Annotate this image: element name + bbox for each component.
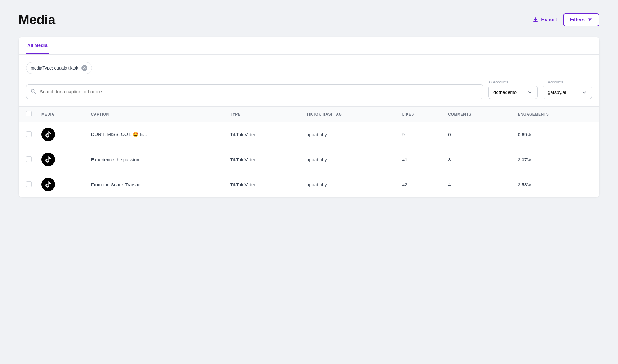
ig-accounts-label: IG Accounts [488, 80, 538, 84]
search-wrapper [26, 84, 483, 99]
search-input[interactable] [26, 84, 483, 99]
col-media: MEDIA [36, 107, 86, 122]
row-type: TikTok Video [225, 172, 302, 197]
search-icon [30, 88, 36, 95]
tt-accounts-value: gatsby.ai [548, 90, 566, 95]
row-checkbox[interactable] [26, 131, 32, 137]
select-all-checkbox[interactable] [26, 111, 32, 116]
col-engagements: ENGAGEMENTS [513, 107, 599, 122]
row-likes: 42 [397, 172, 443, 197]
row-comments: 4 [443, 172, 513, 197]
table-row: Experience the passion... TikTok Video u… [19, 147, 599, 172]
tiktok-logo-icon [44, 131, 52, 138]
filter-bar: mediaType: equals tiktok ✕ [19, 55, 599, 74]
row-likes: 41 [397, 147, 443, 172]
select-all-header[interactable] [19, 107, 36, 122]
row-media-cell [36, 172, 86, 197]
tiktok-avatar [41, 153, 55, 166]
tiktok-logo-icon [44, 156, 52, 163]
filter-chip-remove-button[interactable]: ✕ [81, 65, 87, 71]
ig-accounts-group: IG Accounts dothedemo [488, 80, 538, 99]
chevron-down-icon [582, 90, 587, 95]
row-hashtag: uppababy [302, 122, 397, 147]
search-row: IG Accounts dothedemo TT Accounts gatsby… [19, 74, 599, 106]
table-row: DON'T. MISS. OUT. 🤩 E... TikTok Video up… [19, 122, 599, 147]
page-header: Media Export Filters [19, 12, 599, 27]
col-likes: LIKES [397, 107, 443, 122]
filters-button[interactable]: Filters [563, 13, 599, 26]
chevron-down-icon [527, 90, 532, 95]
row-engagements: 3.37% [513, 147, 599, 172]
row-select-cell[interactable] [19, 172, 36, 197]
row-media-cell [36, 147, 86, 172]
row-engagements: 0.69% [513, 122, 599, 147]
row-likes: 9 [397, 122, 443, 147]
download-icon [532, 17, 539, 23]
media-table: MEDIA CAPTION TYPE TIKTOK HASHTAG LIKES … [19, 106, 599, 197]
filter-chip-label: mediaType: equals tiktok [31, 66, 78, 70]
col-comments: COMMENTS [443, 107, 513, 122]
row-hashtag: uppababy [302, 147, 397, 172]
row-hashtag: uppababy [302, 172, 397, 197]
tt-accounts-group: TT Accounts gatsby.ai [543, 80, 592, 99]
tab-all-media[interactable]: All Media [26, 37, 49, 54]
tabs-bar: All Media [19, 37, 599, 55]
row-type: TikTok Video [225, 122, 302, 147]
row-caption: Experience the passion... [86, 147, 225, 172]
tiktok-avatar [41, 178, 55, 191]
tiktok-avatar [41, 128, 55, 141]
page-title: Media [19, 12, 55, 27]
row-checkbox[interactable] [26, 156, 32, 162]
main-card: All Media mediaType: equals tiktok ✕ IG … [19, 37, 599, 197]
row-select-cell[interactable] [19, 147, 36, 172]
row-caption: DON'T. MISS. OUT. 🤩 E... [86, 122, 225, 147]
export-button[interactable]: Export [532, 17, 557, 23]
tt-accounts-dropdown[interactable]: gatsby.ai [543, 86, 592, 99]
filter-chip-mediatype: mediaType: equals tiktok ✕ [26, 62, 92, 74]
header-actions: Export Filters [532, 13, 599, 26]
col-type: TYPE [225, 107, 302, 122]
row-media-cell [36, 122, 86, 147]
row-comments: 3 [443, 147, 513, 172]
table-header: MEDIA CAPTION TYPE TIKTOK HASHTAG LIKES … [19, 107, 599, 122]
col-hashtag: TIKTOK HASHTAG [302, 107, 397, 122]
tiktok-logo-icon [44, 181, 52, 188]
row-engagements: 3.53% [513, 172, 599, 197]
tt-accounts-label: TT Accounts [543, 80, 592, 84]
row-type: TikTok Video [225, 147, 302, 172]
row-comments: 0 [443, 122, 513, 147]
row-select-cell[interactable] [19, 122, 36, 147]
svg-line-1 [34, 92, 36, 93]
funnel-icon [587, 17, 593, 23]
col-caption: CAPTION [86, 107, 225, 122]
ig-accounts-value: dothedemo [493, 90, 517, 95]
row-checkbox[interactable] [26, 181, 32, 187]
ig-accounts-dropdown[interactable]: dothedemo [488, 86, 538, 99]
row-caption: From the Snack Tray ac... [86, 172, 225, 197]
table-row: From the Snack Tray ac... TikTok Video u… [19, 172, 599, 197]
